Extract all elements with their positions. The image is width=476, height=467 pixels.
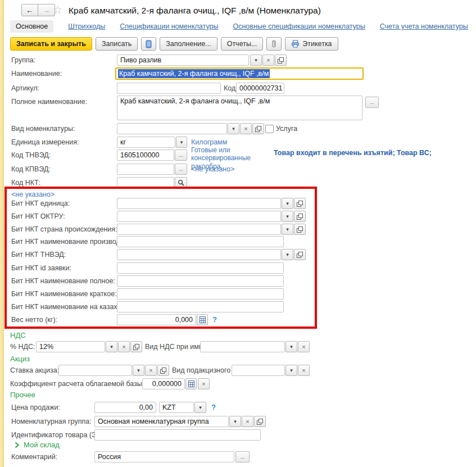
excise-tmz-input[interactable] xyxy=(232,365,285,376)
excise-rate-input[interactable] xyxy=(58,365,132,376)
unit-dropdown-button[interactable]: ▾ xyxy=(176,137,187,148)
tab-specifications[interactable]: Спецификации номенклатуры xyxy=(120,22,218,30)
vat-import-dropdown-button[interactable]: ▾ xyxy=(285,341,297,352)
chevron-down-icon: ▾ xyxy=(110,344,113,350)
excise-coef-input[interactable]: 0,000000 xyxy=(142,378,185,389)
group-dropdown-button[interactable]: ▾ xyxy=(250,55,262,66)
nkt-not-specified-link[interactable]: <не указано> xyxy=(11,191,55,198)
label-print-button[interactable]: Этикетка xyxy=(285,37,338,51)
sale-price-input[interactable]: 0,00 xyxy=(94,402,156,413)
code-input[interactable]: 00000002731 xyxy=(236,83,284,94)
vat-import-input[interactable] xyxy=(200,341,285,352)
bit-nkt-unit-dropdown-button[interactable]: ▾ xyxy=(282,198,293,209)
name-input[interactable]: Краб камчатский, 2-я фаланга очищ., IQF … xyxy=(115,67,364,80)
excise-rate-dropdown-button[interactable]: ▾ xyxy=(133,365,144,376)
chevron-right-icon xyxy=(15,442,19,448)
bit-nkt-country-open-button[interactable] xyxy=(294,224,306,235)
tnved-warning-text: Товар входит в перечень изъятий; Товар В… xyxy=(274,149,432,157)
card-index-button[interactable] xyxy=(141,37,156,51)
nomen-type-open-button[interactable] xyxy=(252,123,264,134)
bit-nkt-unit-open-button[interactable] xyxy=(294,198,306,209)
excise-coef-calc-button[interactable] xyxy=(185,378,197,389)
fill-button[interactable]: Заполнение... xyxy=(160,37,217,51)
esf-id-input[interactable] xyxy=(94,429,261,441)
ellipsis-icon: ... xyxy=(179,152,183,158)
vat-rate-input[interactable]: 12% xyxy=(36,341,105,352)
full-name-more-button[interactable]: ... xyxy=(365,97,379,108)
bit-nkt-oktru-input[interactable] xyxy=(117,211,281,222)
attachments-button[interactable] xyxy=(266,37,282,51)
bit-nkt-oktru-dropdown-button[interactable]: ▾ xyxy=(282,211,293,222)
full-name-textarea[interactable]: Краб камчатский, 2-я фаланга очищ., IQF … xyxy=(117,96,362,120)
currency-dropdown-button[interactable]: ▾ xyxy=(194,402,206,413)
bit-nkt-manufacturer-input[interactable] xyxy=(117,236,284,247)
service-checkbox[interactable] xyxy=(265,125,274,133)
net-weight-input[interactable]: 0,000 xyxy=(117,314,196,325)
group-clear-button[interactable]: × xyxy=(262,55,274,66)
bit-nkt-request-id-input[interactable] xyxy=(117,262,284,274)
bit-nkt-full-name-input[interactable] xyxy=(117,275,284,287)
favorite-star-icon[interactable]: ☆ xyxy=(53,3,62,16)
bit-nkt-short-name-input[interactable] xyxy=(117,288,284,300)
kpved-input[interactable] xyxy=(117,164,174,175)
ellipsis-icon: ... xyxy=(241,454,245,460)
excise-tmz-dropdown-button[interactable]: ▾ xyxy=(285,365,297,376)
kpved-more-button[interactable]: ... xyxy=(175,164,187,175)
calculator-icon xyxy=(188,380,194,387)
bit-nkt-tnved-open-button[interactable] xyxy=(294,249,306,260)
tnved-more-button[interactable]: ... xyxy=(175,149,187,161)
article-input[interactable] xyxy=(117,83,221,94)
group-open-button[interactable] xyxy=(275,55,287,66)
chevron-down-icon: ▾ xyxy=(286,201,289,206)
chevron-down-icon: ▾ xyxy=(290,368,293,373)
nomen-group-dropdown-button[interactable]: ▾ xyxy=(229,416,241,427)
tnved-input[interactable]: 1605100000 xyxy=(117,149,174,161)
bit-nkt-unit-input[interactable] xyxy=(117,198,281,209)
bit-nkt-kazakh-name-input[interactable] xyxy=(117,301,284,312)
excise-coef-clear-button[interactable]: × xyxy=(198,378,210,389)
vat-rate-clear-button[interactable]: × xyxy=(118,341,130,352)
sale-price-help-link[interactable]: ? xyxy=(211,403,216,411)
tab-accounts[interactable]: Счета учета номенклатуры xyxy=(380,22,468,30)
vat-rate-dropdown-button[interactable]: ▾ xyxy=(106,341,117,352)
comment-input[interactable]: Россия xyxy=(94,451,234,463)
nomen-group-input[interactable]: Основная номенклатурная группа xyxy=(94,416,229,427)
excise-rate-clear-button[interactable]: × xyxy=(145,365,157,376)
save-and-close-button[interactable]: Записать и закрыть xyxy=(10,37,92,51)
nomen-type-dropdown-button[interactable]: ▾ xyxy=(228,123,239,134)
tab-barcodes[interactable]: Штрихкоды xyxy=(68,22,105,30)
close-icon: × xyxy=(149,367,152,374)
nomen-group-clear-button[interactable]: × xyxy=(242,416,253,427)
bit-nkt-oktru-open-button[interactable] xyxy=(294,211,306,222)
other-section-title: Прочее xyxy=(10,391,35,399)
reports-button[interactable]: Отчеты... xyxy=(221,37,264,51)
bit-nkt-country-input[interactable] xyxy=(117,224,281,235)
bit-nkt-country-dropdown-button[interactable]: ▾ xyxy=(282,224,293,235)
kpved-label: Код КПВЭД: xyxy=(11,165,51,173)
tab-main[interactable]: Основное xyxy=(10,20,53,33)
excise-rate-label: Ставка акциза: xyxy=(10,366,59,374)
bit-nkt-tnved-dropdown-button[interactable]: ▾ xyxy=(282,249,293,260)
currency-input[interactable]: KZT xyxy=(159,402,194,413)
net-weight-help-link[interactable]: ? xyxy=(212,315,217,324)
back-button[interactable]: ← xyxy=(21,4,38,16)
save-button[interactable]: Записать xyxy=(96,37,138,51)
group-input[interactable]: Пиво разлив xyxy=(117,55,249,66)
vat-rate-open-button[interactable] xyxy=(130,341,142,352)
comment-more-button[interactable]: ... xyxy=(235,451,250,463)
tab-main-specifications[interactable]: Основные спецификации номенклатуры xyxy=(233,22,365,30)
nomen-type-input[interactable] xyxy=(117,123,227,134)
bit-nkt-tnved-input[interactable] xyxy=(117,249,281,260)
nomen-type-clear-button[interactable]: × xyxy=(240,123,252,134)
unit-input[interactable]: кг xyxy=(117,137,175,148)
chevron-down-icon: ▾ xyxy=(234,419,237,424)
kpved-hint-link[interactable]: <не указано> xyxy=(191,165,234,173)
nomen-group-open-button[interactable] xyxy=(254,416,266,427)
net-weight-calc-button[interactable] xyxy=(197,314,208,325)
bit-nkt-full-name-label: Бит НКТ наименование полное: xyxy=(11,277,115,285)
my-stock-group-toggle[interactable]: Мой склад xyxy=(15,441,60,449)
unit-hint-link[interactable]: Килограмм xyxy=(191,138,227,146)
excise-rate-open-button[interactable] xyxy=(157,365,169,376)
excise-tmz-clear-button[interactable]: × xyxy=(298,365,310,376)
vat-import-clear-button[interactable]: × xyxy=(298,341,310,352)
